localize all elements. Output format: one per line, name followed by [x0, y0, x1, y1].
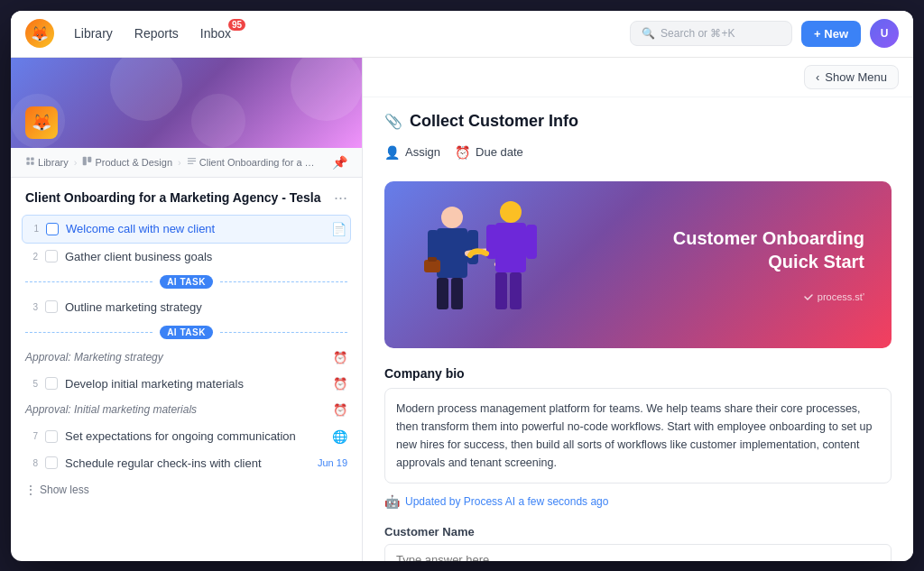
svg-rect-10: [437, 278, 448, 309]
svg-point-6: [441, 207, 463, 228]
svg-rect-13: [428, 257, 437, 262]
left-logo: 🦊: [25, 106, 58, 139]
task-label-1: Welcome call with new client: [66, 222, 324, 235]
task-clock-icon-5: ⏰: [333, 377, 347, 391]
task-item[interactable]: 2 Gather client business goals: [22, 244, 351, 270]
show-less-icon: ⋮: [25, 484, 36, 496]
process-st-logo: process.st': [673, 291, 864, 302]
task-label-3: Outline marketing strategy: [65, 300, 347, 314]
company-bio-text: Modern process management platform for t…: [384, 388, 892, 484]
task-title-section: 📎 Collect Customer Info: [384, 112, 892, 131]
svg-rect-5: [88, 157, 92, 162]
approval-icon-2: ⏰: [333, 403, 347, 417]
task-checkbox-5[interactable]: [45, 377, 58, 390]
checklist-body: 1 Welcome call with new client 📄 2 Gathe…: [11, 215, 362, 561]
app-logo: 🦊: [25, 19, 54, 48]
onboarding-image: Customer Onboarding Quick Start process.…: [384, 181, 892, 348]
inbox-badge: 95: [228, 19, 245, 31]
handshake-illustration: [411, 192, 547, 336]
approval-icon-1: ⏰: [333, 351, 347, 364]
updated-badge: 🤖 Updated by Process AI a few seconds ag…: [384, 494, 892, 509]
svg-rect-3: [31, 161, 33, 164]
task-date-8: Jun 19: [318, 457, 347, 468]
breadcrumb: Library › Product & Design › Client Onbo…: [11, 148, 362, 178]
svg-rect-7: [437, 228, 467, 278]
svg-rect-11: [451, 278, 463, 309]
nav-inbox[interactable]: Inbox 95: [191, 21, 240, 46]
task-checkbox-8[interactable]: [45, 456, 58, 469]
right-content: 📎 Collect Customer Info 👤 Assign ⏰ Due d…: [363, 97, 913, 561]
ai-task-divider-2: AI TASK: [22, 320, 351, 345]
svg-rect-0: [26, 157, 29, 160]
app-window: 🦊 Library Reports Inbox 95 🔍 Search or ⌘…: [11, 11, 913, 561]
search-bar[interactable]: 🔍 Search or ⌘+K: [630, 21, 792, 46]
svg-rect-1: [31, 157, 33, 160]
main-content: 🦊 Library › Product & Design › Client On…: [11, 58, 913, 561]
svg-rect-17: [526, 225, 537, 259]
task-checkbox-1[interactable]: [46, 223, 59, 235]
approval-row-1: Approval: Marketing strategy ⏰: [22, 345, 351, 371]
ai-icon: 🤖: [384, 494, 400, 509]
company-bio-label: Company bio: [384, 366, 892, 381]
task-actions: 👤 Assign ⏰ Due date: [384, 142, 892, 163]
task-checkbox-2[interactable]: [45, 250, 58, 262]
task-item[interactable]: 5 Develop initial marketing materials ⏰: [22, 371, 351, 397]
company-bio-section: Company bio Modern process management pl…: [384, 366, 892, 509]
svg-rect-19: [510, 272, 522, 309]
show-menu-button[interactable]: ‹ Show Menu: [804, 65, 899, 89]
nav-library[interactable]: Library: [65, 21, 122, 46]
task-item[interactable]: 8 Schedule regular check-ins with client…: [22, 450, 351, 476]
customer-name-label: Customer Name: [384, 525, 892, 539]
new-button[interactable]: + New: [801, 21, 861, 47]
ai-task-badge-2: AI TASK: [160, 326, 213, 339]
approval-label-1: Approval: Marketing strategy: [25, 351, 163, 364]
search-icon: 🔍: [642, 27, 655, 40]
task-main-title: Collect Customer Info: [410, 112, 578, 131]
onboarding-title: Customer Onboarding Quick Start: [673, 226, 864, 273]
show-less-button[interactable]: ⋮ Show less: [22, 476, 351, 503]
right-panel: ‹ Show Menu 📎 Collect Customer Info 👤 As…: [363, 58, 913, 561]
task-label-2: Gather client business goals: [65, 250, 347, 263]
task-globe-icon: 🌐: [332, 429, 347, 444]
task-checkbox-7[interactable]: [45, 430, 58, 443]
task-emoji: 📎: [384, 113, 402, 130]
task-label-7: Set expectations for ongoing communicati…: [65, 429, 325, 443]
checklist-title: Client Onboarding for a Marketing Agency…: [25, 190, 321, 205]
customer-name-field: Customer Name: [384, 525, 892, 561]
avatar: U: [870, 19, 899, 48]
customer-name-input[interactable]: [384, 544, 892, 561]
checklist-more-button[interactable]: ···: [334, 189, 347, 207]
ai-task-divider-1: AI TASK: [22, 270, 351, 294]
breadcrumb-library[interactable]: Library: [25, 156, 69, 168]
nav-links: Library Reports Inbox 95: [65, 21, 630, 46]
nav-right: 🔍 Search or ⌘+K + New U: [630, 19, 899, 48]
svg-rect-12: [424, 260, 440, 272]
svg-rect-2: [26, 161, 29, 164]
breadcrumb-product-design[interactable]: Product & Design: [82, 156, 172, 168]
approval-label-2: Approval: Initial marketing materials: [25, 403, 197, 416]
task-item[interactable]: 1 Welcome call with new client 📄: [22, 215, 351, 244]
task-label-5: Develop initial marketing materials: [65, 377, 326, 391]
chevron-left-icon: ‹: [816, 70, 819, 84]
svg-rect-9: [467, 230, 478, 264]
svg-point-14: [500, 201, 522, 223]
due-date-button[interactable]: ⏰ Due date: [455, 142, 523, 163]
ai-task-badge-1: AI TASK: [160, 275, 213, 289]
assign-button[interactable]: 👤 Assign: [384, 142, 440, 163]
checklist-header: Client Onboarding for a Marketing Agency…: [11, 178, 362, 215]
nav-reports[interactable]: Reports: [125, 21, 188, 46]
task-item[interactable]: 3 Outline marketing strategy: [22, 294, 351, 320]
task-checkbox-3[interactable]: [45, 300, 58, 313]
task-doc-icon: 📄: [331, 222, 346, 236]
breadcrumb-checklist[interactable]: Client Onboarding for a Marketing Agency: [187, 156, 317, 168]
pin-icon[interactable]: 📌: [332, 155, 347, 170]
navbar: 🦊 Library Reports Inbox 95 🔍 Search or ⌘…: [11, 11, 913, 58]
right-top-bar: ‹ Show Menu: [363, 58, 913, 97]
person-icon: 👤: [384, 145, 400, 160]
left-header-image: 🦊: [11, 58, 362, 148]
clock-icon: ⏰: [455, 145, 470, 160]
approval-row-2: Approval: Initial marketing materials ⏰: [22, 397, 351, 423]
task-item[interactable]: 7 Set expectations for ongoing communica…: [22, 423, 351, 450]
left-panel: 🦊 Library › Product & Design › Client On…: [11, 58, 363, 561]
svg-rect-4: [83, 157, 87, 166]
